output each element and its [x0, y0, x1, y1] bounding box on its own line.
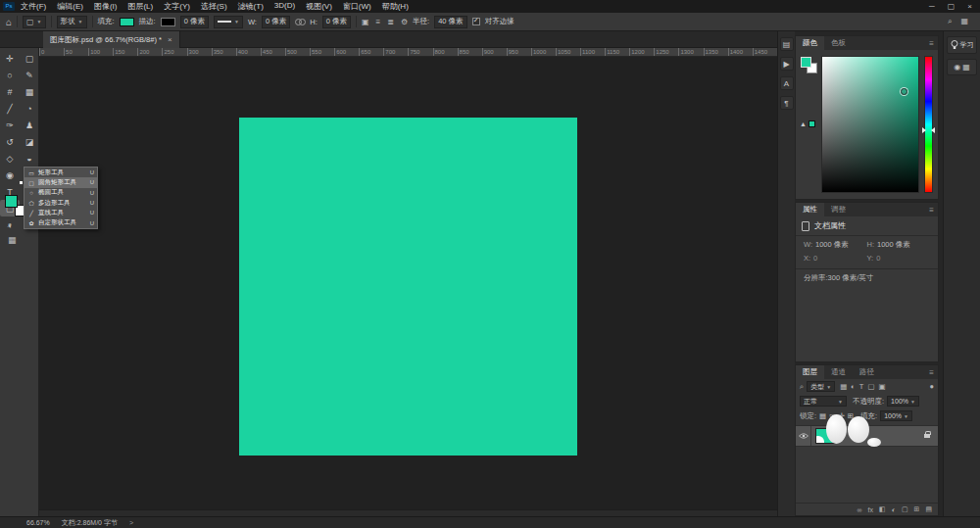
align-edges-checkbox[interactable]: [472, 18, 480, 25]
horizontal-scrollbar[interactable]: [39, 509, 777, 516]
hue-slider-marker[interactable]: [931, 127, 935, 133]
panel-menu-icon[interactable]: ≡: [929, 39, 938, 50]
tool-button[interactable]: ↺: [0, 133, 20, 150]
layer-filter-icon[interactable]: ◐: [851, 382, 856, 391]
flyout-tool-item[interactable]: ⬠ 多边形工具 U: [24, 198, 97, 208]
blend-mode-select[interactable]: 正常▼: [800, 396, 847, 407]
dock-panel-button[interactable]: ¶: [780, 96, 794, 110]
canvas-artwork[interactable]: [239, 118, 577, 456]
tool-button[interactable]: ◔: [20, 100, 39, 117]
layers-bottom-icon[interactable]: ◧: [879, 505, 886, 513]
tool-button[interactable]: #: [0, 83, 20, 100]
panel-tab[interactable]: 色板: [824, 36, 853, 50]
tool-button[interactable]: ✛: [0, 50, 20, 67]
panel-menu-icon[interactable]: ≡: [929, 368, 938, 379]
zoom-level[interactable]: 66.67%: [26, 519, 50, 526]
dock-panel-button[interactable]: ▤: [780, 37, 794, 51]
dock-panel-button[interactable]: ▶: [780, 57, 794, 71]
close-tab-icon[interactable]: ×: [168, 35, 172, 44]
layer-visibility-toggle[interactable]: [796, 426, 811, 446]
options-right-icon[interactable]: ⌕: [948, 17, 952, 26]
panel-tab[interactable]: 路径: [853, 365, 881, 379]
radius-input[interactable]: 40 像素: [434, 16, 466, 28]
layer-filter-icon[interactable]: ▣: [878, 382, 885, 391]
status-options-chevron[interactable]: >: [129, 519, 133, 526]
dock-panel-button[interactable]: A: [780, 76, 794, 90]
layer-search-icon[interactable]: ⌕: [800, 382, 804, 392]
tool-button[interactable]: ◪: [20, 133, 39, 150]
tool-button[interactable]: ♟: [20, 117, 39, 133]
tool-mode-select[interactable]: 形状▼: [57, 16, 87, 28]
window-control-button[interactable]: ×: [967, 2, 972, 11]
layer-filter-icon[interactable]: ▢: [867, 382, 874, 391]
tool-button[interactable]: ◉: [0, 167, 20, 183]
hue-slider[interactable]: [924, 56, 933, 193]
document-tab[interactable]: 图库图标.psd @ 66.7%(RGB/8#) * ×: [43, 31, 180, 48]
layers-bottom-icon[interactable]: ◐: [892, 506, 896, 513]
menu-item[interactable]: 帮助(H): [382, 1, 409, 12]
stroke-width-input[interactable]: 0 像素: [180, 16, 209, 28]
tool-button[interactable]: ✑: [0, 117, 20, 133]
foreground-color-swatch[interactable]: [5, 195, 18, 208]
foreground-color-mini-swatch[interactable]: [801, 57, 811, 68]
tool-button[interactable]: ╱: [0, 100, 20, 117]
menu-item[interactable]: 文字(Y): [164, 1, 190, 12]
layers-bottom-icon[interactable]: ∞: [858, 506, 862, 513]
flyout-tool-item[interactable]: ▢ 圆角矩形工具 U: [24, 177, 97, 187]
stroke-color-swatch[interactable]: [161, 18, 175, 26]
library-dock-icon[interactable]: ▦: [962, 63, 970, 72]
menu-item[interactable]: 文件(F): [21, 1, 46, 12]
flyout-tool-item[interactable]: ╱ 直线工具 U: [24, 208, 97, 217]
window-control-button[interactable]: ─: [929, 2, 935, 11]
layers-bottom-icon[interactable]: ⊞: [914, 505, 920, 513]
layer-filter-icon[interactable]: ▦: [840, 382, 847, 391]
layer-filter-select[interactable]: 类型▼: [807, 381, 835, 392]
menu-item[interactable]: 选择(S): [201, 1, 227, 12]
tool-button[interactable]: ○: [0, 67, 20, 83]
panel-tab[interactable]: 颜色: [796, 36, 824, 50]
menu-item[interactable]: 滤镜(T): [238, 1, 264, 12]
hue-slider-marker[interactable]: [922, 127, 926, 133]
lock-option-icon[interactable]: ▦: [819, 411, 826, 420]
layer-filter-icon[interactable]: T: [859, 382, 864, 391]
learn-panel-button[interactable]: 学习: [947, 36, 977, 54]
fill-input[interactable]: 100%▼: [880, 410, 912, 421]
options-right-icon[interactable]: ▦: [960, 17, 968, 26]
layers-bottom-icon[interactable]: ▢: [902, 505, 908, 513]
tool-button[interactable]: ◇: [0, 150, 20, 167]
panel-tab[interactable]: 通道: [824, 365, 853, 379]
layers-bottom-icon[interactable]: fx: [868, 506, 873, 513]
menu-item[interactable]: 视图(V): [306, 1, 332, 12]
panel-tab[interactable]: 图层: [796, 365, 824, 379]
tool-button[interactable]: ▦: [20, 83, 39, 100]
options-icon[interactable]: ▣: [362, 18, 369, 26]
menu-item[interactable]: 图层(L): [127, 1, 153, 12]
link-dimensions-icon[interactable]: [295, 19, 305, 24]
flyout-tool-item[interactable]: ○ 椭圆工具 U: [24, 188, 97, 198]
color-picker-marker[interactable]: [901, 88, 907, 95]
quick-mask-icon[interactable]: ◐: [8, 220, 13, 230]
layers-bottom-icon[interactable]: ▤: [925, 505, 932, 513]
options-icon[interactable]: ≡: [376, 18, 381, 26]
window-control-button[interactable]: ▢: [948, 2, 956, 11]
opacity-input[interactable]: 100%▼: [887, 396, 919, 407]
saturation-brightness-field[interactable]: [821, 56, 919, 193]
panel-tab[interactable]: 调整: [824, 203, 853, 216]
menu-item[interactable]: 3D(D): [274, 1, 295, 12]
menu-item[interactable]: 编辑(E): [57, 1, 83, 12]
tool-button[interactable]: ◒: [20, 150, 39, 167]
fill-color-swatch[interactable]: [120, 18, 134, 26]
panel-tab[interactable]: 属性: [796, 203, 824, 216]
flyout-tool-item[interactable]: ▭ 矩形工具 U: [24, 168, 97, 177]
stroke-type-select[interactable]: ▼: [214, 16, 243, 28]
tool-button[interactable]: ✎: [20, 67, 39, 83]
web-safe-color-swatch[interactable]: [808, 120, 815, 127]
screen-mode-icon[interactable]: ▦: [8, 235, 17, 245]
tool-preset-picker[interactable]: ▢▼: [23, 16, 46, 28]
shape-width-input[interactable]: 0 像素: [262, 16, 290, 28]
options-icon[interactable]: ⚙: [401, 18, 408, 26]
flyout-tool-item[interactable]: ✿ 自定形状工具 U: [24, 217, 97, 227]
library-dock-icon[interactable]: ◉: [954, 63, 960, 72]
panel-menu-icon[interactable]: ≡: [929, 206, 938, 216]
menu-item[interactable]: 窗口(W): [343, 1, 371, 12]
